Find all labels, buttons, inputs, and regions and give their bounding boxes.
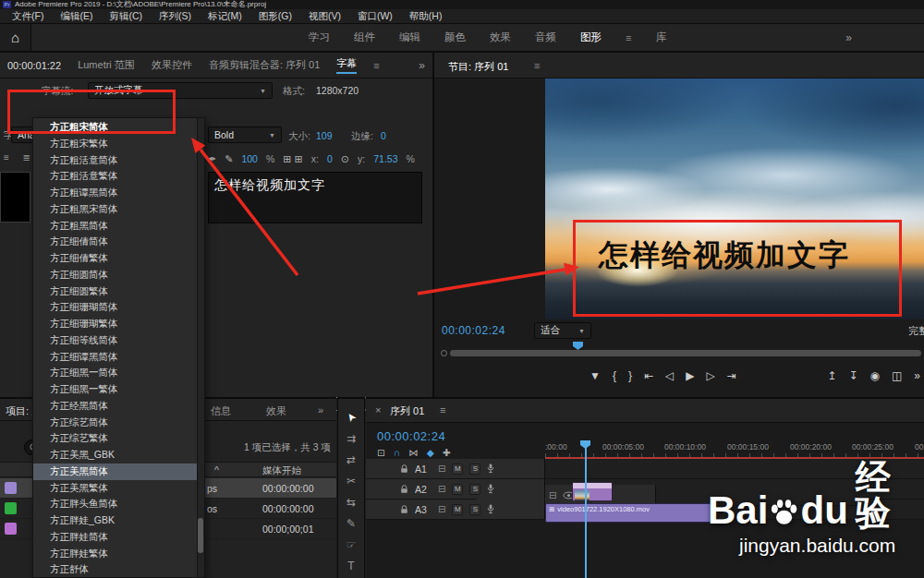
track-name[interactable]: A2 [415, 484, 432, 495]
tab-info[interactable]: 信息 [211, 404, 231, 418]
font-option[interactable]: 方正粗宋繁体 [33, 136, 197, 152]
playback-resolution-value[interactable]: 完整 [908, 324, 924, 338]
font-option[interactable]: 方正细谭黑简体 [33, 349, 197, 366]
font-option[interactable]: 方正胖娃简体 [33, 529, 197, 546]
program-video-preview[interactable]: 怎样给视频加文字 [545, 78, 924, 319]
workspace-tab[interactable]: 编辑 [399, 30, 420, 44]
track-name[interactable]: A3 [415, 504, 432, 515]
opacity-value[interactable]: 100 [241, 153, 258, 164]
panel-menu-icon[interactable]: ≡ [440, 404, 445, 415]
home-button[interactable]: ⌂ [0, 24, 31, 51]
sync-lock-icon[interactable]: ⊟ [438, 504, 445, 514]
workspace-tab[interactable]: 颜色 [444, 30, 466, 44]
font-option[interactable]: 方正胖娃_GBK [33, 512, 197, 529]
caption-clip[interactable] [572, 482, 613, 501]
transport-more-button[interactable]: » [914, 370, 920, 381]
timeline-settings-button[interactable]: ✚ [443, 447, 451, 458]
font-option[interactable]: 方正细倩简体 [33, 234, 197, 250]
workspace-tab[interactable]: 图形 [580, 30, 602, 44]
panel-menu-icon[interactable]: ≡ [534, 60, 540, 71]
track-select-forward-tool[interactable]: ⇉ [346, 431, 356, 446]
column-media-start[interactable]: 媒体开始 [262, 464, 301, 477]
font-option[interactable]: 方正粗活意繁体 [33, 168, 197, 185]
sync-lock-icon[interactable]: ⊟ [549, 490, 556, 500]
zoom-scrollbar[interactable] [450, 350, 921, 356]
program-scrubber[interactable] [434, 342, 924, 356]
font-option[interactable]: 方正美黑简体 [33, 464, 197, 480]
menu-item-8[interactable]: 帮助(H) [401, 10, 451, 23]
sync-lock-icon[interactable]: ⊟ [438, 484, 445, 494]
menu-item-5[interactable]: 图形(G) [250, 10, 300, 23]
tab-sequence-01[interactable]: 序列 01 [390, 404, 424, 418]
track-lock-icon[interactable] [400, 481, 408, 498]
edge-color-icon[interactable]: ✎ [225, 153, 233, 165]
workspace-tab[interactable]: 音频 [535, 30, 556, 44]
font-option[interactable]: 方正细珊瑚繁体 [33, 316, 197, 332]
pen-tool[interactable]: ✎ [346, 516, 356, 531]
ripple-edit-tool[interactable]: ⇄ [346, 452, 356, 467]
menu-item-7[interactable]: 窗口(W) [349, 10, 401, 23]
zoom-fit-select[interactable]: 适合 ▼ [534, 322, 591, 339]
font-option[interactable]: 方正细黑一繁体 [33, 381, 197, 398]
panel-menu-icon[interactable]: ≡ [373, 60, 379, 71]
transport-mark-in-button[interactable]: { [613, 370, 616, 381]
position-grid-icons[interactable]: ⊞ ⊞ [283, 153, 303, 165]
solo-button[interactable]: S [469, 484, 480, 495]
voice-record-icon[interactable] [487, 501, 494, 518]
menu-item-4[interactable]: 标记(M) [200, 10, 250, 23]
add-marker-button[interactable]: ◆ [427, 447, 434, 458]
tab-effects[interactable]: 效果 [266, 404, 286, 418]
font-option[interactable]: 方正胖娃繁体 [33, 546, 197, 562]
timeline-timecode[interactable]: 00:00:02:24 [377, 429, 445, 443]
mute-button[interactable]: M [452, 464, 463, 475]
timeline-playhead[interactable] [585, 440, 587, 578]
menu-item-3[interactable]: 序列(S) [151, 10, 200, 23]
menu-item-1[interactable]: 编辑(E) [52, 10, 101, 23]
workspace-tab[interactable]: 库 [655, 30, 666, 44]
font-size-value[interactable]: 109 [316, 130, 333, 141]
type-tool[interactable]: T [347, 559, 354, 573]
font-option[interactable]: 方正综艺繁体 [33, 430, 197, 447]
menu-item-0[interactable]: 文件(F) [4, 10, 52, 23]
edge-value[interactable]: 0 [381, 130, 386, 141]
transport-comparison-view-button[interactable]: ◫ [892, 370, 902, 381]
track-lock-icon[interactable] [400, 461, 408, 477]
close-icon[interactable]: × [375, 404, 381, 415]
center-icon[interactable]: ⊙ [341, 153, 349, 165]
panel-menu-icon[interactable]: ≡ [626, 32, 631, 43]
transport-step-forward-button[interactable]: ▷ [706, 370, 714, 381]
font-option[interactable]: 方正细黑一简体 [33, 365, 197, 381]
mute-button[interactable]: M [452, 484, 463, 495]
sync-lock-icon[interactable]: ⊟ [438, 464, 445, 474]
timeline-ruler[interactable]: :00:0000:00:05:0000:00:10:0000:00:15:000… [545, 440, 924, 457]
selection-tool[interactable]: ➤ [343, 409, 360, 425]
caption-text-input[interactable]: 怎样给视频加文字 [208, 172, 422, 223]
workspace-tab[interactable]: 组件 [354, 30, 375, 44]
workspace-tab[interactable]: 效果 [490, 30, 511, 44]
transport-lift-button[interactable]: ↥ [827, 370, 836, 381]
transport-extract-button[interactable]: ↧ [848, 370, 857, 381]
linked-selection-button[interactable]: ⋈ [408, 447, 419, 458]
scrollbar-thumb[interactable] [198, 518, 203, 553]
font-option[interactable]: 方正粗活意简体 [33, 152, 197, 169]
stroke-color-icon[interactable]: ✒ [208, 153, 216, 165]
overflow-icon[interactable]: » [419, 59, 425, 72]
x-value[interactable]: 0 [327, 153, 333, 164]
font-option[interactable]: 方正美黑_GBK [33, 447, 197, 464]
video-clip[interactable]: ⊞ video901722.1920X1080.mov [545, 503, 711, 523]
transport-play-button[interactable]: ▶ [686, 370, 694, 381]
font-option[interactable]: 方正粗黑宋简体 [33, 201, 197, 218]
panel-tab[interactable]: 字幕 [336, 56, 357, 74]
mute-button[interactable]: M [452, 504, 463, 515]
font-style-select[interactable]: Bold ▼ [208, 126, 282, 143]
workspace-tab[interactable]: 学习 [309, 30, 330, 44]
track-lock-icon[interactable] [400, 501, 408, 518]
slip-tool[interactable]: ⇆ [346, 495, 356, 510]
font-option[interactable]: 方正细倩繁体 [33, 250, 197, 267]
font-option[interactable]: 方正细等线简体 [33, 332, 197, 349]
font-option[interactable]: 方正细珊瑚简体 [33, 299, 197, 316]
transport-mark-out-button[interactable]: } [628, 370, 632, 381]
font-option[interactable]: 方正粗谭黑简体 [33, 185, 197, 201]
track-name[interactable]: A1 [415, 464, 432, 475]
panel-tab[interactable]: Lumetri 范围 [78, 58, 135, 72]
